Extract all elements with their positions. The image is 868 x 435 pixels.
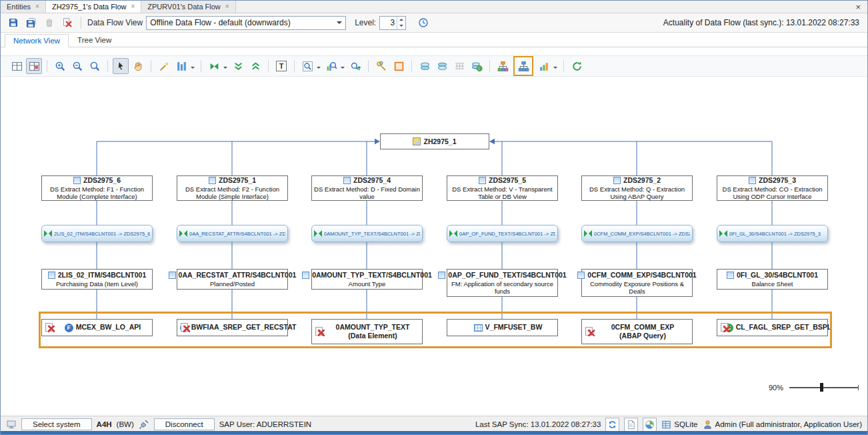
delete-button-disabled[interactable] [42,15,57,30]
network-canvas[interactable]: ZH2975_1 ZDS2975_6 DS Extract Method: F1… [1,77,867,416]
chevron-down-icon[interactable] [341,67,345,71]
node-title: ZDS2975_6 [83,176,121,185]
collapse-all-button[interactable] [230,58,246,74]
extractor-node[interactable]: CL_FAGL_SREP_GET_BSPL [717,319,828,336]
chevron-up-icon [399,17,403,21]
delete-data-flow-button[interactable] [60,15,75,30]
tab-zpurv01-data-flow[interactable]: ZPURV01's Data Flow [141,1,235,13]
close-icon[interactable] [35,3,39,10]
source-datasource-node[interactable]: 0AMOUNT_TYP_TEXT/S4BCLNT001 Amount Type [311,269,423,290]
separator [47,60,47,72]
save-all-button[interactable] [24,15,39,30]
datasource-node[interactable]: ZDS2975_3 DS Extract Method: CO - Extrac… [717,175,828,201]
chevron-down-icon[interactable] [191,67,195,71]
transformation-filter-button[interactable] [206,58,222,74]
source-datasource-node[interactable]: 2LIS_02_ITM/S4BCLNT001 Purchasing Data (… [41,269,153,290]
datasource-node[interactable]: ZDS2975_5 DS Extract Method: V - Transpa… [447,175,558,201]
zoom-selection-button[interactable] [299,58,315,74]
chevron-down-icon[interactable] [223,67,227,71]
scheduler-button[interactable] [643,418,657,432]
pan-window-button[interactable] [9,58,25,74]
text-labels-button[interactable] [273,58,289,74]
user-status[interactable]: Admin (Full administrator, Application U… [703,420,863,430]
cursor-icon [115,61,127,72]
zoom-out-button[interactable] [69,58,85,74]
refresh-button[interactable] [569,58,585,74]
close-all-icon[interactable] [849,1,867,13]
separator [151,60,151,72]
expand-all-button[interactable] [247,58,263,74]
chart-view-button[interactable] [536,58,552,74]
grid-toggle-button-disabled[interactable] [451,58,467,74]
datasource-node[interactable]: ZDS2975_6 DS Extract Method: F1 - Functi… [41,175,153,201]
node-desc: Purchasing Data (Item Level) [56,280,138,288]
node-desc: DS Extract Method: V - Transparent Table… [449,185,555,200]
infocube-node[interactable]: ZH2975_1 [380,133,489,149]
sync-button[interactable] [605,418,619,432]
network-hierarchy-button[interactable] [515,58,531,74]
stepper-down-button[interactable] [397,23,405,29]
hierarchy-view-button[interactable] [495,58,511,74]
close-icon[interactable] [225,3,229,10]
magic-layout-button[interactable] [156,58,172,74]
zoom-chart-button[interactable] [323,58,339,74]
zoom-in-button[interactable] [52,58,68,74]
pointer-tool-button[interactable] [113,58,129,74]
keys-button[interactable] [373,58,389,74]
source-datasource-node[interactable]: 0AP_OF_FUND_TEXT/S4BCLNT001 FM: Applicat… [447,269,558,297]
layers-globe-button[interactable] [469,58,485,74]
node-title: ZDS2975_1 [219,176,256,185]
slider-track[interactable] [789,387,859,388]
transformation-node[interactable]: 0CFM_COMM_EXP/S4BCLNT001 -> ZDS2975_2 [581,225,693,242]
transformation-node[interactable]: 0AA_RECSTAT_ATTR/S4BCLNT001 -> ZDS2975_1 [177,225,288,242]
transformation-node[interactable]: 2LIS_02_ITM/S4BCLNT001 -> ZDS2975_6 [41,225,153,242]
source-datasource-node[interactable]: 0AA_RECSTAT_ATTR/S4BCLNT001 Planned/Post… [177,269,288,290]
sync-timer-button[interactable] [416,15,431,30]
legend-button[interactable] [391,58,407,74]
extractor-node[interactable]: V_FMFUSET_BW [447,319,558,336]
extractor-node[interactable]: 0AMOUNT_TYP_TEXT(Data Element) [311,319,423,344]
extractor-node[interactable]: 0CFM_COMM_EXP(ABAP Query) [581,319,693,344]
tab-network-view[interactable]: Network View [5,34,69,47]
chevron-down-icon[interactable] [317,67,321,71]
tab-tree-view[interactable]: Tree View [69,33,120,47]
pan-tool-button[interactable] [130,58,146,74]
transformation-node[interactable]: 0AMOUNT_TYP_TEXT/S4BCLNT001 -> ZDS2975_4 [311,225,423,242]
extractor-subtitle: (Data Element) [348,332,397,340]
transformation-node[interactable]: 0AP_OF_FUND_TEXT/S4BCLNT001 -> ZDS2975_5 [447,225,558,242]
data-flow-view-combobox[interactable]: Offline Data Flow - default (downwards) [146,16,346,30]
tab-entities[interactable]: Entities [1,1,46,13]
overview-window-button[interactable] [26,58,42,74]
tab-zh2975-data-flow[interactable]: ZH2975_1's Data Flow [46,1,141,13]
extractor-node[interactable]: MCEX_BW_LO_API [41,319,153,336]
zoom-box-icon [302,61,313,72]
log-button[interactable] [624,418,638,432]
transformation-node[interactable]: 0FI_GL_30/S4BCLNT001 -> ZDS2975_3 [717,225,828,242]
stepper-up-button[interactable] [397,17,405,23]
database-status[interactable]: SQLite [661,420,697,430]
document-tab-bar: Entities ZH2975_1's Data Flow ZPURV01's … [1,1,867,13]
close-icon[interactable] [131,3,135,10]
extractor-node[interactable]: BWFIAA_SREP_GET_RECSTAT [177,319,288,336]
datasource-node[interactable]: ZDS2975_1 DS Extract Method: F2 - Functi… [177,175,288,201]
datasource-node[interactable]: ZDS2975_2 DS Extract Method: Q - Extract… [581,175,693,201]
slider-handle[interactable] [820,383,823,392]
send-back-button[interactable] [434,58,450,74]
zoom-out-icon [72,61,83,72]
bring-front-button[interactable] [417,58,433,74]
source-datasource-node[interactable]: 0CFM_COMM_EXP/S4BCLNT001 Commodity Expos… [581,269,693,297]
zoom-slider[interactable] [789,382,859,392]
zoom-normal-button[interactable] [87,58,103,74]
select-system-button[interactable]: Select system [21,418,92,430]
save-button[interactable] [6,15,21,30]
zoom-parent-button[interactable] [347,58,363,74]
disconnect-button[interactable]: Disconnect [154,418,215,430]
source-datasource-node[interactable]: 0FI_GL_30/S4BCLNT001 Balance Sheet [717,269,828,290]
transformation-icon [179,230,187,237]
level-stepper[interactable]: 3 [379,16,406,30]
transformation-label: 0FI_GL_30/S4BCLNT001 -> ZDS2975_3 [729,231,821,237]
extractor-title: BWFIAA_SREP_GET_RECSTAT [191,323,297,332]
chevron-down-icon[interactable] [553,67,557,71]
datasource-node[interactable]: ZDS2975_4 DS Extract Method: D - Fixed D… [311,175,423,201]
layout-direction-button[interactable] [173,58,189,74]
